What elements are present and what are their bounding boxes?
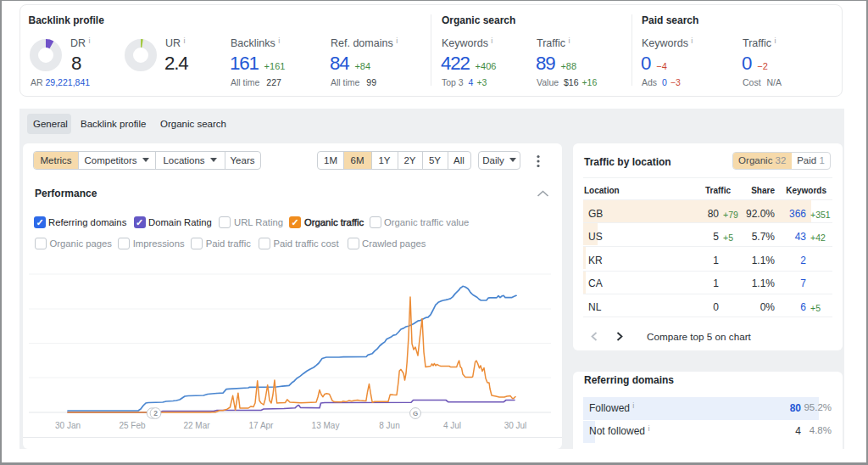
svg-text:2: 2 [153,409,158,417]
svg-text:G: G [413,410,418,417]
svg-text:25 Feb: 25 Feb [119,421,146,430]
svg-text:22 Mar: 22 Mar [183,421,210,430]
svg-text:13 May: 13 May [312,421,340,430]
svg-text:30 Jan: 30 Jan [55,421,81,430]
svg-text:8 Jun: 8 Jun [379,421,399,430]
svg-text:17 Apr: 17 Apr [249,421,275,430]
svg-text:4 Jul: 4 Jul [443,421,461,430]
svg-text:30 Jul: 30 Jul [504,421,527,430]
